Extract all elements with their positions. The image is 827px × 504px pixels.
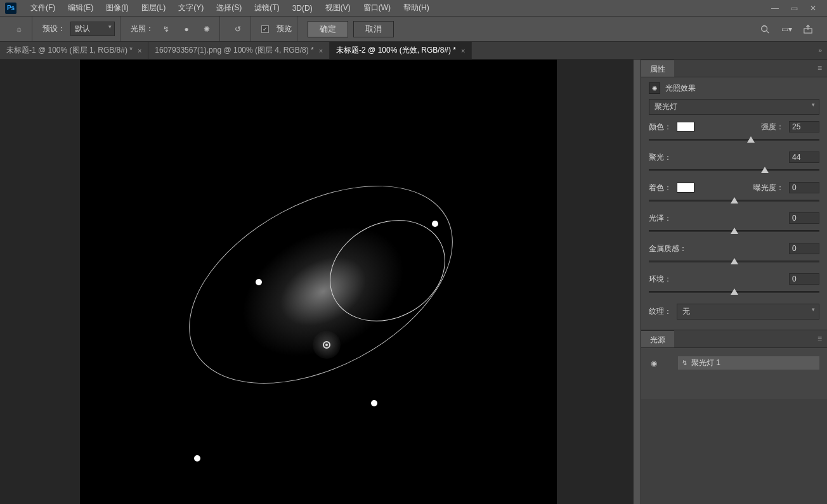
workspace: 属性 ≡ ✺ 光照效果 聚光灯 颜色： 强度： 25 聚光： <box>0 60 827 504</box>
svg-point-0 <box>762 25 767 31</box>
preview-label: 预览 <box>277 23 292 34</box>
canvas-area[interactable] <box>0 60 633 504</box>
intensity-label: 强度： <box>761 122 784 132</box>
light-handle-bottom[interactable] <box>194 455 200 462</box>
color-label: 颜色： <box>649 122 672 132</box>
maximize-icon[interactable]: ▭ <box>789 4 799 13</box>
preview-checkbox[interactable] <box>261 25 269 33</box>
light-source-row[interactable]: ◉ ↯ 聚光灯 1 <box>641 354 827 372</box>
tabs-overflow-icon[interactable]: » <box>813 42 827 59</box>
canvas[interactable] <box>80 60 557 504</box>
menu-type[interactable]: 文字(Y) <box>172 0 210 16</box>
properties-panel: ✺ 光照效果 聚光灯 颜色： 强度： 25 聚光： 44 <box>641 77 827 330</box>
exposure-value[interactable]: 0 <box>789 182 819 193</box>
visibility-icon[interactable]: ◉ <box>649 359 659 368</box>
tab-doc-1[interactable]: 未标题-1 @ 100% (图层 1, RGB/8#) * × <box>0 42 148 59</box>
color-swatch[interactable] <box>677 122 694 132</box>
menu-window[interactable]: 窗口(W) <box>357 0 397 16</box>
right-tools: ▭▾ <box>757 22 821 37</box>
light-handle-top[interactable] <box>432 221 438 227</box>
lighting-label: 光照： <box>131 23 153 34</box>
texture-label: 纹理： <box>649 306 672 317</box>
gloss-value[interactable]: 0 <box>789 212 819 224</box>
properties-header: ✺ 光照效果 <box>641 77 827 99</box>
intensity-value[interactable]: 25 <box>789 121 819 132</box>
infinitelight-icon[interactable]: ✺ <box>199 22 214 37</box>
menu-filter[interactable]: 滤镜(T) <box>248 0 285 16</box>
metallic-slider[interactable] <box>649 257 819 267</box>
menu-3d[interactable]: 3D(D) <box>286 1 319 15</box>
exposure-slider[interactable] <box>649 196 819 206</box>
colorize-swatch[interactable] <box>677 183 694 193</box>
close-icon[interactable]: ✕ <box>808 4 818 13</box>
menu-edit[interactable]: 编辑(E) <box>62 0 100 16</box>
tab-doc-3[interactable]: 未标题-2 @ 100% (光效, RGB/8#) * × <box>330 42 472 59</box>
tab-close-icon[interactable]: × <box>138 47 141 55</box>
gloss-label: 光泽： <box>649 213 672 224</box>
search-icon[interactable] <box>757 22 772 37</box>
ambience-slider[interactable] <box>649 287 819 297</box>
lights-tab[interactable]: 光源 <box>641 330 674 347</box>
preset-select[interactable]: 默认 <box>70 22 115 36</box>
panel-menu-icon[interactable]: ≡ <box>812 330 827 347</box>
pointlight-icon[interactable]: ● <box>179 22 194 37</box>
tab-label: 1607933567(1).png @ 100% (图层 4, RGB/8) * <box>155 45 313 56</box>
panel-menu-icon[interactable]: ≡ <box>812 60 827 77</box>
metallic-label: 金属质感： <box>649 243 687 254</box>
properties-panel-tabs: 属性 ≡ <box>641 60 827 77</box>
menu-select[interactable]: 选择(S) <box>210 0 248 16</box>
menu-file[interactable]: 文件(F) <box>24 0 62 16</box>
light-center-dot <box>323 341 330 349</box>
tab-close-icon[interactable]: × <box>461 47 465 55</box>
document-tabs: 未标题-1 @ 100% (图层 1, RGB/8#) * × 16079335… <box>0 42 827 60</box>
options-bar: ☼ 预设： 默认 光照： ↯ ● ✺ ↺ 预览 确定 取消 ▭▾ <box>0 16 827 42</box>
workspace-switcher-icon[interactable]: ▭▾ <box>779 22 794 37</box>
right-panels: 属性 ≡ ✺ 光照效果 聚光灯 颜色： 强度： 25 聚光： <box>641 60 827 504</box>
colorize-label: 着色： <box>649 183 672 193</box>
tab-label: 未标题-2 @ 100% (光效, RGB/8#) * <box>336 45 456 56</box>
properties-tab[interactable]: 属性 <box>641 60 674 77</box>
spot-value[interactable]: 44 <box>789 152 819 163</box>
light-handle-right[interactable] <box>371 400 377 406</box>
tab-label: 未标题-1 @ 100% (图层 1, RGB/8#) * <box>6 45 133 56</box>
spot-slider[interactable] <box>649 165 819 176</box>
ok-button[interactable]: 确定 <box>308 21 348 37</box>
tab-doc-2[interactable]: 1607933567(1).png @ 100% (图层 4, RGB/8) *… <box>148 42 330 59</box>
scroll-spacer <box>633 60 641 504</box>
tab-close-icon[interactable]: × <box>319 47 323 55</box>
menu-view[interactable]: 视图(V) <box>319 0 357 16</box>
menu-help[interactable]: 帮助(H) <box>397 0 436 16</box>
lights-panel: 光源 ≡ ◉ ↯ 聚光灯 1 <box>641 330 827 399</box>
exposure-label: 曝光度： <box>753 183 784 193</box>
ps-logo: Ps <box>5 3 16 14</box>
light-handle-left[interactable] <box>256 279 262 285</box>
menu-bar: Ps 文件(F) 编辑(E) 图像(I) 图层(L) 文字(Y) 选择(S) 滤… <box>0 0 827 16</box>
window-controls: — ▭ ✕ <box>770 4 822 13</box>
metallic-value[interactable]: 0 <box>789 243 819 254</box>
reset-icon[interactable]: ↺ <box>230 22 245 37</box>
spotlight-icon[interactable]: ↯ <box>159 22 174 37</box>
light-source-label: 聚光灯 1 <box>691 358 720 368</box>
gloss-slider[interactable] <box>649 226 819 236</box>
menu-image[interactable]: 图像(I) <box>100 0 134 16</box>
cancel-button[interactable]: 取消 <box>353 21 394 37</box>
spot-label: 聚光： <box>649 152 672 163</box>
ambience-value[interactable]: 0 <box>789 273 819 285</box>
intensity-slider[interactable] <box>649 135 819 145</box>
minimize-icon[interactable]: — <box>770 4 780 13</box>
properties-header-label: 光照效果 <box>665 83 696 94</box>
svg-line-1 <box>767 30 769 33</box>
lighting-effects-icon: ✺ <box>649 82 660 94</box>
light-type-select[interactable]: 聚光灯 <box>649 99 819 115</box>
preset-label: 预设： <box>42 23 65 34</box>
ambience-label: 环境： <box>649 274 672 285</box>
light-center-control[interactable] <box>313 331 341 359</box>
texture-select[interactable]: 无 <box>677 304 819 320</box>
share-icon[interactable] <box>800 22 816 37</box>
bulb-icon[interactable]: ☼ <box>11 22 27 37</box>
menu-layer[interactable]: 图层(L) <box>135 0 173 16</box>
spotlight-icon: ↯ <box>682 359 687 367</box>
